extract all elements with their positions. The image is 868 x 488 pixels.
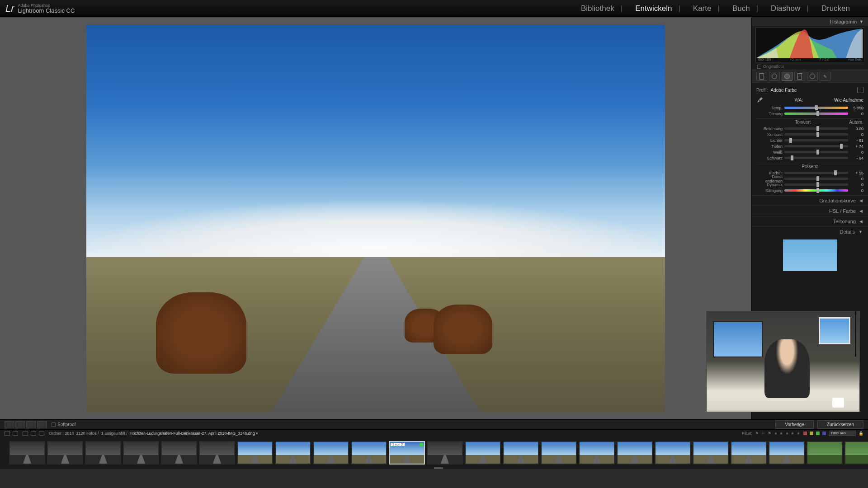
original-photo-toggle[interactable]: Originalfoto (752, 63, 868, 70)
detail-panel[interactable]: Details▼ (752, 226, 868, 237)
color-yellow-filter[interactable] (810, 432, 813, 435)
before-after-split-button[interactable] (37, 421, 47, 428)
module-library[interactable]: Bibliothek (575, 1, 629, 16)
thumb[interactable] (275, 441, 311, 465)
saturation-slider[interactable]: Sättigung 0 (756, 188, 863, 193)
filmstrip-scrollbar[interactable] (434, 467, 443, 469)
thumb[interactable] (693, 441, 729, 465)
blacks-slider[interactable]: Schwarz - 84 (756, 155, 863, 161)
chevron-down-icon: ▼ (859, 19, 863, 24)
histo-shutter: ¹⁄₅₀₀ Sek. (848, 57, 862, 61)
main-window-icon[interactable] (5, 431, 10, 436)
reset-button[interactable]: Zurücksetzen (817, 420, 863, 429)
flag-picked-icon[interactable]: ⚑ (755, 431, 759, 436)
loupe-view[interactable] (0, 17, 751, 419)
thumb[interactable] (161, 441, 197, 465)
contrast-slider[interactable]: Kontrast 0 (756, 131, 863, 137)
tool-strip: ✎ (752, 70, 868, 83)
checkbox-icon (757, 65, 761, 69)
dehaze-slider[interactable]: Dunst entfernen 0 (756, 176, 863, 182)
before-after-horiz-button[interactable] (15, 421, 25, 428)
tone-header: Tonwert (795, 120, 811, 125)
rating-filter[interactable]: ★ ★ ★ ★ ★ (774, 431, 801, 436)
second-window-icon[interactable] (13, 431, 18, 436)
thumb[interactable] (351, 441, 387, 465)
lr-logo-icon: Lr (5, 3, 14, 14)
pick-flag-icon (420, 443, 423, 446)
thumb[interactable] (541, 441, 577, 465)
crop-tool[interactable] (756, 72, 767, 81)
profile-browser-icon[interactable] (857, 87, 863, 93)
shadows-slider[interactable]: Tiefen + 74 (756, 143, 863, 149)
histo-iso: ISO 100 (758, 57, 771, 61)
filmstrip[interactable]: 1 von 2 (0, 436, 868, 469)
color-red-filter[interactable] (803, 432, 807, 435)
tone-curve-panel[interactable]: Gradationskurve◀ (752, 195, 868, 206)
redeye-tool[interactable] (782, 72, 793, 81)
view-mode-toggle (5, 421, 47, 428)
eyedropper-icon[interactable] (756, 96, 764, 103)
thumb[interactable] (9, 441, 45, 465)
main-photo (86, 25, 665, 413)
module-develop[interactable]: Entwickeln (629, 1, 687, 16)
flag-rejected-icon[interactable]: ⚑ (768, 431, 771, 436)
thumb[interactable] (123, 441, 159, 465)
vibrance-slider[interactable]: Dynamik 0 (756, 182, 863, 188)
histogram[interactable]: ISO 100 40 mm ƒ / 5.0 ¹⁄₅₀₀ Sek. (755, 27, 864, 62)
filter-preset-select[interactable] (829, 431, 856, 436)
loupe-view-button[interactable] (5, 421, 14, 428)
flag-unflagged-icon[interactable]: ⚐ (761, 431, 765, 436)
thumb[interactable] (769, 441, 805, 465)
chevron-left-icon: ◀ (859, 209, 863, 213)
breadcrumb[interactable]: Ordner : 2018 2120 Fotos / 1 ausgewählt … (49, 431, 258, 436)
thumb[interactable] (731, 441, 767, 465)
previous-button[interactable]: Vorherige (775, 420, 814, 429)
softproof-toggle[interactable]: Softproof (52, 422, 76, 427)
temp-slider[interactable]: Temp. 5 850 (756, 105, 863, 111)
thumb[interactable] (807, 441, 843, 465)
histo-focal: 40 mm (790, 57, 801, 61)
before-after-vert-button[interactable] (26, 421, 36, 428)
basic-panel: Profil: Adobe Farbe WA: Wie Aufnahme Tem… (752, 83, 868, 195)
thumb[interactable] (427, 441, 463, 465)
thumb[interactable] (655, 441, 691, 465)
split-tone-panel[interactable]: Teiltonung◀ (752, 216, 868, 226)
grid-view-icon[interactable] (23, 431, 28, 436)
thumb-selected[interactable]: 1 von 2 (389, 441, 425, 465)
profile-select[interactable]: Adobe Farbe (771, 88, 854, 93)
thumb[interactable] (199, 441, 235, 465)
gradient-tool[interactable] (794, 72, 805, 81)
module-slideshow[interactable]: Diashow (764, 1, 815, 16)
module-print[interactable]: Drucken (815, 1, 863, 16)
radial-tool[interactable] (807, 72, 818, 81)
module-map[interactable]: Karte (687, 1, 726, 16)
thumb[interactable] (844, 441, 868, 465)
thumb[interactable] (503, 441, 539, 465)
nav-forward-icon[interactable] (39, 431, 44, 436)
tint-slider[interactable]: Tönung 0 (756, 111, 863, 117)
spot-tool[interactable] (769, 72, 780, 81)
module-book[interactable]: Buch (726, 1, 764, 16)
auto-button[interactable]: Autom. (849, 120, 863, 125)
thumb[interactable] (465, 441, 501, 465)
exposure-slider[interactable]: Belichtung 0.00 (756, 126, 863, 131)
histogram-header[interactable]: Histogramm ▼ (752, 17, 868, 26)
thumb[interactable] (313, 441, 349, 465)
whites-slider[interactable]: Weiß 0 (756, 149, 863, 155)
thumb[interactable] (617, 441, 653, 465)
thumb[interactable] (579, 441, 615, 465)
hsl-panel[interactable]: HSL / Farbe◀ (752, 206, 868, 216)
thumb[interactable] (47, 441, 83, 465)
color-green-filter[interactable] (816, 432, 820, 435)
color-blue-filter[interactable] (822, 432, 826, 435)
wb-select[interactable]: Wie Aufnahme (834, 98, 863, 103)
highlights-slider[interactable]: Lichter - 91 (756, 137, 863, 143)
thumb[interactable] (237, 441, 273, 465)
brush-tool[interactable]: ✎ (820, 72, 830, 81)
detail-preview[interactable] (783, 239, 837, 271)
filter-lock-icon[interactable]: 🔒 (859, 431, 863, 436)
thumb[interactable] (85, 441, 121, 465)
wb-label: WA: (795, 98, 803, 103)
nav-back-icon[interactable] (31, 431, 36, 436)
product-label: Lightroom Classic CC (18, 8, 75, 14)
